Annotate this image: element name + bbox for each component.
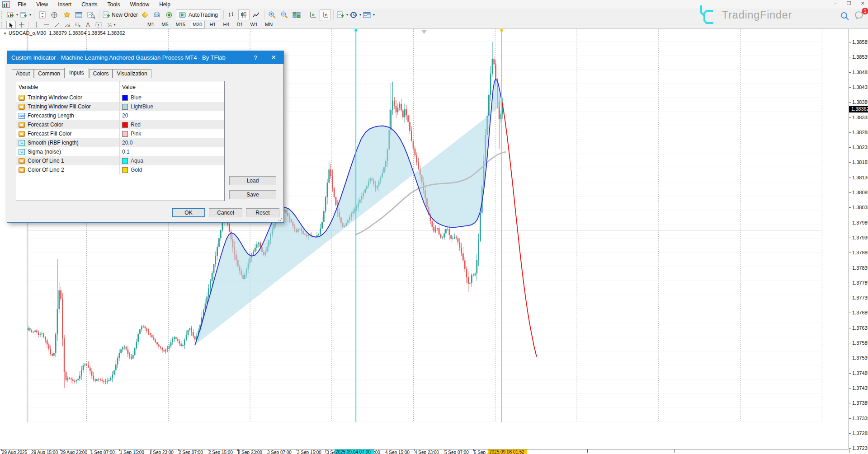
cancel-button[interactable]: Cancel [209, 208, 242, 217]
tab-colors[interactable]: Colors [89, 69, 113, 78]
param-value[interactable]: Red [131, 122, 141, 128]
param-value[interactable]: Gold [131, 167, 142, 173]
indicators-button[interactable]: ▾ [336, 9, 349, 20]
line-chart-mode-button[interactable] [250, 9, 262, 20]
mql5-community-button[interactable] [139, 9, 151, 20]
table-row[interactable]: Forecast Fill ColorPink [16, 129, 224, 138]
menu-window[interactable]: Window [125, 0, 155, 9]
ohlc-readout[interactable]: ▼USDCAD_o,M30 1.38379 1.38394 1.38354 1.… [3, 30, 125, 36]
price-axis[interactable]: 1.385851.385351.384851.384351.383851.383… [849, 29, 868, 449]
table-row[interactable]: Training Window Fill ColorLightBlue [16, 102, 224, 111]
timeframe-m30[interactable]: M30 [190, 21, 205, 28]
timeframe-m1[interactable]: M1 [145, 21, 157, 28]
table-row[interactable]: Training Window ColorBlue [16, 93, 224, 102]
profiles-button[interactable]: ▾ [19, 9, 32, 20]
timeframe-m15[interactable]: M15 [173, 21, 188, 28]
dialog-help-button[interactable]: ? [247, 51, 264, 64]
horizontal-line-tool[interactable] [42, 21, 51, 28]
tab-about[interactable]: About [12, 69, 34, 78]
time-axis[interactable]: 29 Aug 202529 Aug 15:0029 Aug 23:001 Sep… [0, 449, 849, 454]
menu-view[interactable]: View [31, 0, 53, 9]
color-swatch[interactable] [122, 158, 128, 164]
dialog-resize-grip[interactable] [278, 217, 283, 221]
channel-tool[interactable]: E [62, 21, 72, 28]
table-row[interactable]: 123Forecasting Length20 [16, 111, 224, 120]
timeframe-h4[interactable]: H4 [220, 21, 232, 28]
param-value[interactable]: LightBlue [131, 103, 153, 110]
param-value[interactable]: Pink [131, 131, 141, 137]
menu-charts[interactable]: Charts [76, 0, 102, 9]
close-window-button[interactable]: ✕ [859, 0, 866, 6]
data-window-button[interactable] [49, 9, 60, 20]
price-label: 1.38585 [852, 40, 868, 44]
param-value[interactable]: 0.1 [122, 149, 130, 155]
param-value[interactable]: 20.0 [122, 140, 132, 146]
toolbar-grip[interactable] [1, 22, 4, 28]
terminal-button[interactable] [73, 9, 85, 20]
tab-visualization[interactable]: Visualization [113, 69, 151, 78]
table-row[interactable]: Color Of Line 1Aqua [16, 156, 224, 165]
load-button[interactable]: Load [229, 176, 276, 185]
save-button[interactable]: Save [229, 190, 276, 199]
param-value[interactable]: Aqua [131, 158, 143, 164]
tile-windows-button[interactable] [291, 9, 302, 20]
autotrading-label: AutoTrading [189, 12, 218, 18]
zoom-out-button[interactable] [279, 9, 290, 20]
table-row[interactable]: ½Sigma (noise)0.1 [16, 147, 224, 156]
color-swatch[interactable] [122, 131, 128, 137]
market-watch-button[interactable] [37, 9, 48, 20]
dialog-close-button[interactable]: ✕ [265, 51, 282, 64]
menu-file[interactable]: File [13, 0, 31, 9]
chart-shift-button[interactable] [320, 9, 331, 20]
restore-button[interactable]: ❐ [845, 0, 853, 6]
param-value[interactable]: 20 [122, 112, 128, 119]
vertical-line-tool[interactable] [31, 21, 41, 28]
timeframe-d1[interactable]: D1 [234, 21, 246, 28]
zoom-in-button[interactable] [267, 9, 278, 20]
trendline-tool[interactable] [52, 21, 61, 28]
navigator-button[interactable] [61, 9, 72, 20]
minimize-button[interactable]: – [832, 0, 839, 6]
price-label: 1.37685 [852, 310, 868, 315]
timeframe-h1[interactable]: H1 [207, 21, 218, 28]
brand-watermark: TradingFinder [698, 3, 792, 27]
tab-inputs[interactable]: Inputs [64, 68, 89, 78]
metaeditor-button[interactable] [151, 9, 163, 20]
ok-button[interactable]: OK [172, 208, 205, 217]
new-order-button[interactable]: New Order [102, 9, 138, 20]
crosshair-tool[interactable] [17, 21, 26, 28]
text-label-tool[interactable]: T [94, 21, 103, 28]
timeframe-mn[interactable]: MN [262, 21, 275, 28]
chat-button[interactable]: 1 [854, 11, 864, 22]
timeframe-m5[interactable]: M5 [159, 21, 171, 28]
search-icon[interactable] [840, 11, 850, 21]
autotrading-button[interactable]: AutoTrading [176, 9, 221, 20]
menu-help[interactable]: Help [154, 0, 175, 9]
strategy-tester-button[interactable] [85, 9, 97, 20]
param-value[interactable]: Blue [131, 94, 142, 101]
tab-common[interactable]: Common [34, 69, 64, 78]
text-tool[interactable]: A [83, 21, 93, 28]
auto-scroll-button[interactable] [307, 9, 319, 20]
menu-insert[interactable]: Insert [53, 0, 76, 9]
table-row[interactable]: Forecast ColorRed [16, 120, 224, 129]
reset-button[interactable]: Reset [246, 208, 279, 217]
arrows-tool[interactable]: ▾ [104, 21, 118, 28]
cursor-tool[interactable] [6, 21, 16, 28]
fibonacci-tool[interactable]: F [73, 21, 82, 28]
bar-chart-mode-button[interactable] [226, 9, 237, 20]
menu-tools[interactable]: Tools [103, 0, 125, 9]
table-row[interactable]: ½Smooth (RBF length)20.0 [16, 138, 224, 147]
periods-button[interactable]: ▾ [349, 9, 362, 20]
color-swatch[interactable] [122, 167, 128, 173]
alerts-button[interactable] [164, 9, 175, 20]
color-swatch[interactable] [122, 95, 128, 101]
table-row[interactable]: Color Of Line 2Gold [16, 165, 224, 174]
templates-button[interactable]: ▾ [363, 9, 375, 20]
timeframe-w1[interactable]: W1 [248, 21, 261, 28]
candlestick-mode-button[interactable] [238, 9, 250, 20]
toolbar-grip[interactable] [1, 11, 4, 19]
color-swatch[interactable] [122, 122, 128, 128]
color-swatch[interactable] [122, 104, 128, 110]
new-chart-button[interactable]: ▾ [6, 9, 19, 20]
